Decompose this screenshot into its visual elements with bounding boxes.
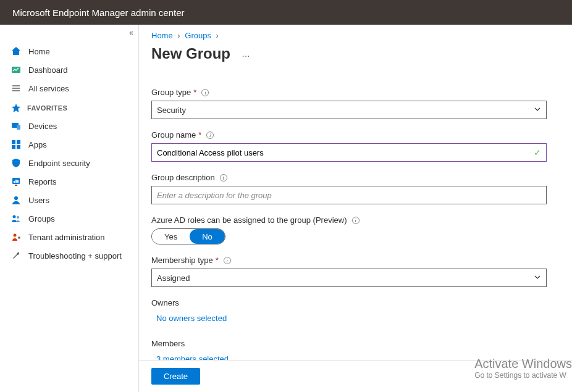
svg-rect-8 [14,181,15,183]
sidebar-favorites-heading: FAVORITES [0,98,138,117]
breadcrumb-groups[interactable]: Groups [185,31,211,40]
sidebar-item-label: All services [28,84,69,93]
sidebar-item-label: Troubleshooting + support [28,251,122,261]
svg-point-15 [14,234,17,237]
sidebar-item-users[interactable]: Users [0,191,138,209]
svg-point-12 [14,196,18,200]
sidebar-item-label: Dashboard [28,65,68,75]
aad-roles-yes-option[interactable]: Yes [152,229,190,244]
group-type-select[interactable]: Security [151,101,547,119]
group-type-value: Security [157,106,186,115]
sidebar-item-apps[interactable]: Apps [0,135,138,154]
members-section-label: Members [151,339,560,348]
sidebar-item-all-services[interactable]: All services [0,79,138,98]
sidebar-item-label: Apps [28,140,47,149]
svg-rect-0 [12,67,20,73]
app-title: Microsoft Endpoint Manager admin center [12,7,184,18]
required-indicator: * [198,130,201,140]
chevron-right-icon: › [177,31,180,40]
membership-type-value: Assigned [157,273,190,283]
wrench-icon [11,251,21,261]
info-icon[interactable]: i [352,217,360,224]
sidebar-favorites-label: FAVORITES [27,104,67,112]
aad-roles-toggle: Yes No [151,228,225,244]
devices-icon [11,121,21,131]
dashboard-icon [11,65,21,75]
svg-point-13 [13,215,16,219]
group-name-label: Group name * i [151,130,560,140]
svg-rect-5 [12,145,15,149]
svg-rect-11 [15,185,17,186]
groups-icon [11,214,21,223]
members-link[interactable]: 3 members selected [156,354,229,360]
home-icon [11,46,21,56]
apps-icon [11,140,21,149]
sidebar-item-reports[interactable]: Reports [0,172,138,191]
svg-rect-4 [17,140,20,144]
reports-icon [11,177,21,186]
shield-icon [11,158,21,168]
sidebar-item-label: Users [28,196,49,205]
sidebar-item-endpoint-security[interactable]: Endpoint security [0,154,138,172]
svg-rect-2 [17,125,20,130]
required-indicator: * [193,88,196,97]
footer-bar: Create [139,360,572,392]
sidebar-item-groups[interactable]: Groups [0,209,138,228]
aad-roles-label: Azure AD roles can be assigned to the gr… [151,215,560,225]
sidebar-item-devices[interactable]: Devices [0,117,138,135]
info-icon[interactable]: i [206,131,214,139]
group-description-label: Group description i [151,173,560,182]
breadcrumb: Home › Groups › [139,25,572,43]
sidebar-item-home[interactable]: Home [0,42,138,60]
chevron-down-icon [534,273,541,283]
membership-type-label: Membership type * i [151,256,560,265]
more-actions-button[interactable]: … [239,48,254,60]
sidebar-item-label: Reports [28,177,57,186]
group-type-label: Group type * i [151,88,560,97]
main-content: Home › Groups › New Group … Group type *… [139,25,572,392]
membership-type-select[interactable]: Assigned [151,269,547,287]
svg-rect-6 [17,145,20,149]
app-header: Microsoft Endpoint Manager admin center [0,0,572,25]
user-icon [11,195,21,205]
group-description-field-wrapper [151,186,547,204]
form-scroll-region[interactable]: Group type * i Security Group name * i ✓ [139,73,572,360]
collapse-sidebar-icon[interactable]: « [129,28,133,37]
create-button[interactable]: Create [151,368,200,385]
sidebar-item-tenant-admin[interactable]: Tenant administration [0,228,138,246]
sidebar: « Home Dashboard All services FAVORITES [0,25,139,392]
info-icon[interactable]: i [220,174,227,181]
list-icon [11,83,21,93]
sidebar-item-label: Tenant administration [28,233,105,242]
group-description-input[interactable] [157,191,541,200]
star-icon [11,103,21,113]
info-icon[interactable]: i [201,89,209,96]
sidebar-item-label: Devices [28,122,57,131]
owners-link[interactable]: No owners selected [156,314,227,323]
sidebar-item-label: Groups [28,214,55,223]
check-icon: ✓ [534,148,541,157]
required-indicator: * [216,256,219,265]
group-name-input[interactable] [157,148,534,157]
page-title: New Group [151,45,230,62]
svg-rect-9 [15,180,17,183]
svg-rect-3 [12,140,15,144]
chevron-right-icon: › [216,31,219,40]
owners-section-label: Owners [151,298,560,307]
info-icon[interactable]: i [224,257,231,264]
breadcrumb-home[interactable]: Home [151,31,173,40]
aad-roles-no-option[interactable]: No [190,229,225,244]
tenant-admin-icon [11,232,21,242]
group-name-field-wrapper: ✓ [151,143,547,162]
sidebar-item-troubleshooting[interactable]: Troubleshooting + support [0,246,138,265]
sidebar-item-dashboard[interactable]: Dashboard [0,60,138,79]
svg-point-14 [17,216,19,219]
sidebar-item-label: Endpoint security [28,159,90,168]
svg-rect-10 [17,180,19,183]
sidebar-item-label: Home [28,47,50,56]
chevron-down-icon [534,106,541,115]
